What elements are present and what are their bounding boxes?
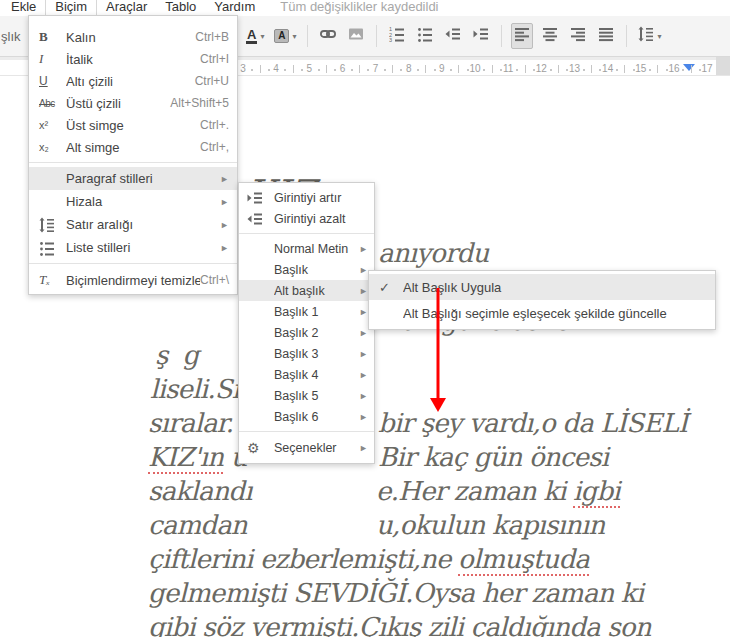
ruler-tick <box>467 69 469 71</box>
justify-button[interactable] <box>595 23 617 49</box>
document-line[interactable]: gelmemişti SEVDİĞİ.Oysa her zaman ki <box>148 578 643 608</box>
text-segment: sıralar. <box>148 408 233 438</box>
menubar-item-tablo[interactable]: Tablo <box>156 0 205 16</box>
document-line[interactable]: sıralar. <box>148 408 233 438</box>
menu-item-shortcut: Ctrl+. <box>200 118 229 132</box>
paragraph-styles-submenu: Girintiyi artırGirintiyi azaltNormal Met… <box>238 182 375 464</box>
ruler-tick <box>616 69 618 71</box>
increase-indent-button[interactable] <box>470 23 492 49</box>
ruler-number: 4 <box>273 63 279 74</box>
menu-item-label: Üstü çizili <box>66 96 170 111</box>
toolbar-separator <box>501 25 502 47</box>
menu-item-label: Altı çizili <box>66 74 195 89</box>
menu-item-girintiyi-artir[interactable]: Girintiyi artır <box>239 187 374 208</box>
menu-item-baslik-2[interactable]: Başlık 2► <box>239 322 374 343</box>
menubar-item-ekle[interactable]: Ekle <box>2 0 45 16</box>
indent-decrease-icon <box>247 211 274 227</box>
ruler-number: 12 <box>536 63 547 74</box>
document-line[interactable]: Bir kaç gün öncesi <box>378 442 608 472</box>
ruler-tick <box>566 69 568 71</box>
bulleted-list-button[interactable] <box>414 23 436 49</box>
menu-item-liste-stilleri[interactable]: Liste stilleri► <box>29 236 237 259</box>
menu-item-alt-baslik[interactable]: Alt başlık► <box>239 280 374 301</box>
menu-separator <box>29 263 237 264</box>
menu-item-label: Başlık 3 <box>274 347 355 361</box>
document-line[interactable]: u,okulun kapısının <box>376 510 605 540</box>
menu-item-baslik-1[interactable]: Başlık 1► <box>239 301 374 322</box>
ruler-number: 16 <box>668 63 679 74</box>
menu-item-label: Alt başlık <box>274 284 355 298</box>
menu-item-label: Paragraf stilleri <box>66 171 216 186</box>
menu-item-baslik-5[interactable]: Başlık 5► <box>239 385 374 406</box>
align-center-icon <box>542 26 558 46</box>
insert-image-button[interactable] <box>345 23 367 49</box>
menu-item-baslik[interactable]: Başlık► <box>239 259 374 280</box>
submenu-arrow-icon: ► <box>359 244 368 254</box>
numbered-list-button[interactable]: 123 <box>386 23 408 49</box>
submenu-arrow-icon: ► <box>359 412 368 422</box>
document-line[interactable]: bir şey vardı,o da LİSELİ <box>378 408 687 438</box>
menu-item-hizala[interactable]: Hizala► <box>29 190 237 213</box>
submenu-arrow-icon: ► <box>359 391 368 401</box>
menu-item-shortcut: Ctrl+U <box>195 74 229 88</box>
text-segment: saklandı <box>148 476 252 506</box>
paragraph-style-selector[interactable]: şlık <box>1 29 27 44</box>
ruler-tick <box>533 69 535 71</box>
align-center-button[interactable] <box>539 23 561 49</box>
line-spacing-button[interactable]: ▾ <box>636 23 663 49</box>
ruler-number: 8 <box>406 63 412 74</box>
menu-item-label: Alt simge <box>66 140 200 155</box>
submenu-arrow-icon: ► <box>220 243 229 253</box>
ruler-tick <box>624 65 625 73</box>
menu-item-alt-baslik-uygula[interactable]: ✓Alt Başlık Uygula <box>369 274 715 300</box>
align-right-icon <box>570 26 586 46</box>
gear-icon: ⚙ <box>247 440 274 456</box>
document-line[interactable]: çiftlerini ezberlemişti,ne olmuştuda <box>148 544 589 574</box>
menu-item-alt-basligi-secimle-eslesecek-sekilde-guncelle[interactable]: Alt Başlığı seçimle eşleşecek şekilde gü… <box>369 300 715 326</box>
menu-item-baslik-3[interactable]: Başlık 3► <box>239 343 374 364</box>
align-justify-icon <box>598 26 614 46</box>
menu-item-label: Satır aralığı <box>66 217 216 232</box>
document-line[interactable]: ş g <box>155 340 198 370</box>
text-segment: camdan <box>148 510 247 540</box>
ruler-number: 6 <box>340 63 346 74</box>
menu-item-italik[interactable]: IİtalikCtrl+I <box>29 48 237 70</box>
menu-item-ust-simge[interactable]: x²Üst simgeCtrl+. <box>29 114 237 136</box>
document-line[interactable]: e.Her zaman ki igbi <box>376 476 620 506</box>
document-line[interactable]: KIZ'ın ü <box>148 442 247 472</box>
menu-item-ustu-cizili[interactable]: AbcÜstü çiziliAlt+Shift+5 <box>29 92 237 114</box>
document-line[interactable]: camdan <box>148 510 247 540</box>
menu-item-baslik-4[interactable]: Başlık 4► <box>239 364 374 385</box>
menu-item-normal-metin[interactable]: Normal Metin► <box>239 238 374 259</box>
highlight-color-button[interactable]: A▾ <box>272 23 298 49</box>
ruler-tick <box>500 69 502 71</box>
insert-link-button[interactable] <box>317 23 339 49</box>
text-color-button[interactable]: A▾ <box>244 23 266 49</box>
menu-item-satir-araligi[interactable]: Satır aralığı► <box>29 213 237 236</box>
ruler-tick <box>301 69 303 71</box>
menu-item-paragraf-stilleri[interactable]: Paragraf stilleri► <box>29 167 237 190</box>
clear-formatting-icon: Tₓ <box>39 272 66 288</box>
ruler-indent-marker[interactable] <box>683 64 695 71</box>
link-icon <box>320 26 336 46</box>
align-right-button[interactable] <box>567 23 589 49</box>
document-line[interactable]: saklandı <box>148 476 252 506</box>
menu-item-kalin[interactable]: BKalınCtrl+B <box>29 26 237 48</box>
menu-item-alt-simge[interactable]: x₂Alt simgeCtrl+, <box>29 136 237 158</box>
menu-item-alti-cizili[interactable]: UAltı çiziliCtrl+U <box>29 70 237 92</box>
menu-item-secenekler[interactable]: ⚙Seçenekler► <box>239 436 374 459</box>
align-left-button[interactable] <box>511 23 533 49</box>
menu-item-baslik-6[interactable]: Başlık 6► <box>239 406 374 427</box>
decrease-indent-button[interactable] <box>442 23 464 49</box>
dropdown-arrow-icon: ▾ <box>292 32 296 41</box>
menu-item-bicimlendirmeyi-temizle[interactable]: TₓBiçimlendirmeyi temizleCtrl+\ <box>29 268 237 292</box>
menu-item-shortcut: Alt+Shift+5 <box>170 96 229 110</box>
menu-item-girintiyi-azalt[interactable]: Girintiyi azalt <box>239 208 374 229</box>
document-line[interactable]: anıyordu <box>378 238 488 268</box>
menubar-item-araclar[interactable]: Araçlar <box>97 0 156 16</box>
menu-item-label: Normal Metin <box>274 242 355 256</box>
menubar-item-bicim[interactable]: Biçim <box>45 0 97 16</box>
menubar-item-yardim[interactable]: Yardım <box>205 0 264 16</box>
document-line[interactable]: gibi söz vermişti.Çıkış zili çaldığında … <box>148 612 651 637</box>
highlight-color-icon: A <box>274 29 289 43</box>
